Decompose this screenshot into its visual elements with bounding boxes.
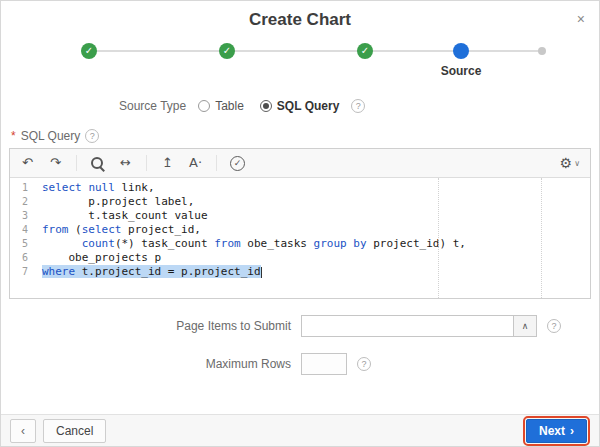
validate-icon[interactable]: ✓ <box>230 156 245 171</box>
footer-bar: ‹ Cancel Next › <box>1 414 599 446</box>
radio-label: Table <box>215 99 244 113</box>
code-line-6: obe_projects p <box>42 251 466 265</box>
page-items-label: Page Items to Submit <box>1 319 301 333</box>
editor-gutter: 1234567 <box>10 181 34 298</box>
radio-circle-icon <box>198 100 210 112</box>
print-margin-guide <box>438 178 439 298</box>
help-icon-page-items[interactable]: ? <box>547 319 561 333</box>
line-number: 5 <box>10 237 28 251</box>
radio-label: SQL Query <box>277 99 339 113</box>
code-line-1: select null link, <box>42 181 466 195</box>
autocomplete-icon[interactable]: ↥ <box>160 155 175 171</box>
max-rows-label: Maximum Rows <box>1 357 301 371</box>
text-caret <box>261 267 262 278</box>
code-line-7: where t.project_id = p.project_id <box>42 265 466 279</box>
line-number: 7 <box>10 265 28 279</box>
code-area[interactable]: 1234567 select null link, p.project labe… <box>10 178 590 298</box>
line-number: 2 <box>10 195 28 209</box>
toolbar-divider <box>216 155 217 171</box>
wizard-step-2: ✓ <box>219 43 235 59</box>
radio-circle-icon <box>260 100 272 112</box>
sql-query-label-row: * SQL Query ? <box>11 129 599 143</box>
code-line-5: count(*) task_count from obe_tasks group… <box>42 237 466 251</box>
help-icon-source-type[interactable]: ? <box>351 99 365 113</box>
create-chart-dialog: Create Chart × ✓✓✓Source Source Type Tab… <box>1 1 599 375</box>
page-items-row: Page Items to Submit ∧ ? <box>1 315 599 337</box>
wizard-step-5 <box>538 47 546 55</box>
help-icon-max-rows[interactable]: ? <box>357 357 371 371</box>
page-items-input[interactable] <box>301 315 513 337</box>
wizard-step-label: Source <box>441 64 482 78</box>
sql-editor: ↶↷↔↥A·✓ ⚙ ∨ 1234567 select null link, p.… <box>9 148 591 299</box>
stepper-line <box>89 50 540 52</box>
line-number: 4 <box>10 223 28 237</box>
editor-settings[interactable]: ⚙ ∨ <box>560 155 580 171</box>
toolbar-divider <box>76 155 77 171</box>
line-number: 3 <box>10 209 28 223</box>
previous-button[interactable]: ‹ <box>10 419 36 443</box>
gear-icon: ⚙ <box>560 155 573 171</box>
wizard-step-4 <box>453 43 469 59</box>
required-marker: * <box>11 129 16 143</box>
print-margin-guide <box>541 178 542 298</box>
line-number: 1 <box>10 181 28 195</box>
next-button-label: Next <box>539 424 565 438</box>
wizard-stepper: ✓✓✓Source <box>1 41 599 89</box>
toolbar-divider <box>146 155 147 171</box>
dialog-header: Create Chart × <box>1 1 599 33</box>
cancel-button[interactable]: Cancel <box>43 419 106 443</box>
font-size-icon[interactable]: A· <box>188 155 203 171</box>
max-rows-row: Maximum Rows ? <box>1 353 599 375</box>
sql-query-label: SQL Query <box>21 129 81 143</box>
code-line-2: p.project label, <box>42 195 466 209</box>
page-items-combo: ∧ <box>301 315 537 337</box>
line-number: 6 <box>10 251 28 265</box>
editor-toolbar: ↶↷↔↥A·✓ ⚙ ∨ <box>10 149 590 178</box>
code-line-4: from (select project_id, <box>42 223 466 237</box>
page-title: Create Chart <box>1 10 599 30</box>
source-type-row: Source Type TableSQL Query ? <box>119 99 599 113</box>
redo-icon[interactable]: ↷ <box>48 155 63 171</box>
source-type-label: Source Type <box>119 99 186 113</box>
undo-icon[interactable]: ↶ <box>20 155 35 171</box>
max-rows-input[interactable] <box>301 353 347 375</box>
chevron-right-icon: › <box>570 424 574 438</box>
code-line-3: t.task_count value <box>42 209 466 223</box>
radio-table[interactable]: Table <box>198 99 244 113</box>
source-type-options: TableSQL Query <box>198 99 339 113</box>
editor-toolbar-icons: ↶↷↔↥A·✓ <box>20 155 245 171</box>
help-icon-sql-query[interactable]: ? <box>85 129 99 143</box>
radio-sql-query[interactable]: SQL Query <box>260 99 339 113</box>
chevron-up-icon: ∧ <box>522 321 529 331</box>
chevron-left-icon: ‹ <box>21 424 25 438</box>
combo-expand-button[interactable]: ∧ <box>513 315 537 337</box>
chevron-down-icon: ∨ <box>574 159 580 168</box>
wizard-step-1: ✓ <box>81 43 97 59</box>
find-replace-icon[interactable]: ↔ <box>118 155 133 171</box>
next-button[interactable]: Next › <box>526 419 587 443</box>
close-icon[interactable]: × <box>577 12 585 26</box>
wizard-step-3: ✓ <box>357 43 373 59</box>
search-icon[interactable] <box>90 156 105 171</box>
editor-code-lines: select null link, p.project label, t.tas… <box>34 181 466 298</box>
